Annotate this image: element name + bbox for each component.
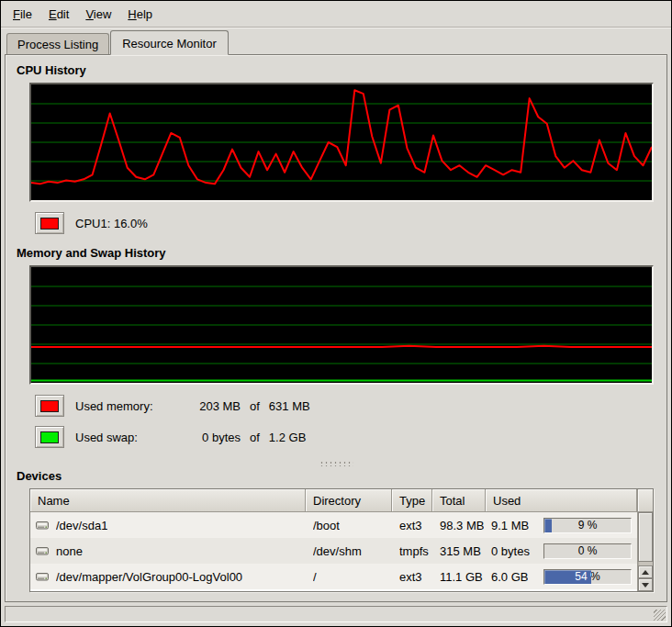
scrollbar-track[interactable]	[638, 512, 653, 565]
cpu1-legend-label: CPU1: 16.0%	[75, 217, 148, 230]
system-monitor-window: File Edit View Help Process Listing Reso…	[0, 0, 672, 627]
drive-icon	[35, 543, 50, 558]
arrow-down-icon	[642, 583, 649, 588]
status-bar	[5, 606, 667, 622]
device-total: 11.1 GB	[440, 570, 483, 584]
usage-percent-label-fill: 9 %	[544, 519, 552, 532]
devices-table-main: Name Directory Type Total Used /dev/sda1	[30, 489, 637, 591]
column-header-directory[interactable]: Directory	[306, 489, 392, 512]
menu-file[interactable]: File	[5, 4, 40, 25]
arrow-up-icon	[642, 570, 649, 575]
drive-icon	[35, 518, 50, 532]
used-swap-of: of	[250, 431, 260, 444]
device-directory: /	[313, 570, 317, 584]
devices-title: Devices	[17, 469, 659, 483]
device-row[interactable]: none /dev/shm tmpfs 315 MB 0 bytes 0 % 0…	[30, 538, 637, 564]
cpu-history-title: CPU History	[17, 63, 659, 77]
cpu1-color-swatch[interactable]	[35, 212, 64, 234]
device-name: /dev/mapper/VolGroup00-LogVol00	[56, 570, 242, 584]
device-name: /dev/sda1	[56, 519, 107, 532]
device-directory: /boot	[313, 519, 340, 532]
used-memory-label: Used memory:	[75, 399, 184, 413]
scroll-up-button[interactable]	[638, 565, 653, 578]
memory-swap-graph	[29, 265, 654, 385]
cpu1-color	[40, 218, 59, 230]
used-memory-color-swatch[interactable]	[35, 395, 64, 417]
notebook: Process Listing Resource Monitor CPU His…	[5, 30, 667, 602]
device-type: tmpfs	[399, 544, 429, 558]
column-header-used[interactable]: Used	[486, 489, 637, 512]
used-swap-color-swatch[interactable]	[35, 426, 64, 448]
device-type: ext3	[399, 570, 422, 584]
devices-scrollbar[interactable]	[637, 489, 653, 591]
column-header-type[interactable]: Type	[392, 489, 432, 512]
usage-percent-label: 0 %	[544, 544, 631, 558]
used-swap-legend: Used swap: 0 bytes of 1.2 GB	[35, 425, 659, 449]
menu-bar: File Edit View Help	[1, 1, 671, 28]
used-memory-value: 203 MB	[184, 399, 241, 413]
menu-view[interactable]: View	[77, 4, 119, 25]
device-name: none	[56, 544, 83, 558]
resize-grip[interactable]	[654, 610, 666, 621]
usage-bar-fill: 54 %	[544, 570, 591, 584]
device-directory: /dev/shm	[313, 544, 362, 558]
menu-edit[interactable]: Edit	[40, 4, 77, 25]
memory-history-title: Memory and Swap History	[17, 246, 659, 260]
usage-bar: 0 % 0 %	[543, 543, 632, 559]
used-memory-legend: Used memory: 203 MB of 631 MB	[35, 394, 659, 418]
device-row[interactable]: /dev/sda1 /boot ext3 98.3 MB 9.1 MB 9 % …	[30, 512, 637, 538]
devices-table-header: Name Directory Type Total Used	[30, 489, 637, 512]
column-header-name[interactable]: Name	[30, 489, 306, 512]
cpu-legend: CPU1: 16.0%	[35, 211, 659, 235]
cpu-history-graph	[29, 83, 654, 202]
tab-process-listing[interactable]: Process Listing	[6, 33, 109, 54]
swap-total-value: 1.2 GB	[269, 431, 306, 444]
devices-table: Name Directory Type Total Used /dev/sda1	[29, 488, 654, 592]
usage-bar-fill: 9 %	[544, 519, 552, 532]
device-used: 6.0 GB	[491, 570, 528, 584]
usage-bar: 9 % 9 %	[543, 518, 632, 533]
device-total: 315 MB	[440, 544, 481, 558]
tab-bar: Process Listing Resource Monitor	[5, 30, 667, 54]
used-swap-color	[40, 431, 59, 443]
scroll-down-button[interactable]	[638, 578, 653, 591]
drive-icon	[35, 569, 50, 584]
used-memory-of: of	[250, 399, 260, 413]
device-total: 98.3 MB	[440, 519, 484, 532]
tab-resource-monitor[interactable]: Resource Monitor	[110, 30, 229, 55]
usage-percent-label-fill: 54 %	[544, 570, 591, 584]
column-header-total[interactable]: Total	[432, 489, 486, 512]
used-swap-value: 0 bytes	[184, 431, 241, 444]
usage-bar: 54 % 54 %	[543, 569, 632, 585]
used-swap-label: Used swap:	[75, 431, 184, 444]
device-used: 9.1 MB	[491, 519, 529, 532]
used-memory-color	[40, 400, 59, 412]
scrollbar-header-stub	[638, 489, 653, 512]
usage-percent-label: 9 %	[544, 519, 631, 532]
device-type: ext3	[399, 519, 422, 532]
resource-monitor-panel: CPU History CPU1: 16.0% Memory and Swap …	[5, 54, 667, 602]
pane-resize-handle[interactable]	[319, 460, 353, 466]
device-row[interactable]: /dev/mapper/VolGroup00-LogVol00 / ext3 1…	[30, 564, 637, 589]
device-used: 0 bytes	[491, 544, 530, 558]
devices-table-body: /dev/sda1 /boot ext3 98.3 MB 9.1 MB 9 % …	[30, 512, 637, 591]
scrollbar-thumb[interactable]	[638, 512, 653, 562]
menu-help[interactable]: Help	[119, 4, 161, 25]
memory-total-value: 631 MB	[269, 399, 310, 413]
pane-handle-row	[13, 456, 659, 469]
